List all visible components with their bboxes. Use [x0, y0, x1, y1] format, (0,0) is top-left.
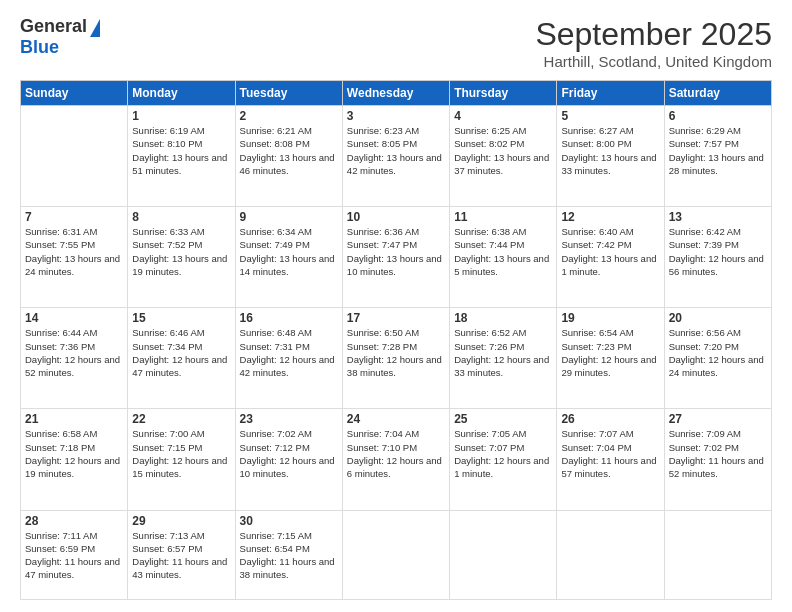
cell-2-5: 19Sunrise: 6:54 AMSunset: 7:23 PMDayligh… [557, 308, 664, 409]
day-info-2-1: Sunrise: 6:46 AMSunset: 7:34 PMDaylight:… [132, 326, 230, 379]
day-number-4-0: 28 [25, 514, 123, 528]
cell-1-3: 10Sunrise: 6:36 AMSunset: 7:47 PMDayligh… [342, 207, 449, 308]
day-info-2-4: Sunrise: 6:52 AMSunset: 7:26 PMDaylight:… [454, 326, 552, 379]
day-number-1-6: 13 [669, 210, 767, 224]
day-info-2-2: Sunrise: 6:48 AMSunset: 7:31 PMDaylight:… [240, 326, 338, 379]
day-info-1-2: Sunrise: 6:34 AMSunset: 7:49 PMDaylight:… [240, 225, 338, 278]
logo: General Blue [20, 16, 100, 58]
logo-triangle-icon [90, 19, 100, 37]
cell-4-1: 29Sunrise: 7:13 AMSunset: 6:57 PMDayligh… [128, 510, 235, 600]
day-info-0-5: Sunrise: 6:27 AMSunset: 8:00 PMDaylight:… [561, 124, 659, 177]
day-number-0-4: 4 [454, 109, 552, 123]
day-number-3-0: 21 [25, 412, 123, 426]
day-number-1-5: 12 [561, 210, 659, 224]
day-info-3-3: Sunrise: 7:04 AMSunset: 7:10 PMDaylight:… [347, 427, 445, 480]
header-thursday: Thursday [450, 81, 557, 106]
cell-3-6: 27Sunrise: 7:09 AMSunset: 7:02 PMDayligh… [664, 409, 771, 510]
week-row-3: 21Sunrise: 6:58 AMSunset: 7:18 PMDayligh… [21, 409, 772, 510]
day-number-2-2: 16 [240, 311, 338, 325]
title-section: September 2025 Harthill, Scotland, Unite… [535, 16, 772, 70]
cell-2-6: 20Sunrise: 6:56 AMSunset: 7:20 PMDayligh… [664, 308, 771, 409]
day-number-0-6: 6 [669, 109, 767, 123]
day-info-0-2: Sunrise: 6:21 AMSunset: 8:08 PMDaylight:… [240, 124, 338, 177]
cell-0-0 [21, 106, 128, 207]
day-info-1-4: Sunrise: 6:38 AMSunset: 7:44 PMDaylight:… [454, 225, 552, 278]
day-number-2-1: 15 [132, 311, 230, 325]
day-info-3-1: Sunrise: 7:00 AMSunset: 7:15 PMDaylight:… [132, 427, 230, 480]
header-sunday: Sunday [21, 81, 128, 106]
day-info-3-2: Sunrise: 7:02 AMSunset: 7:12 PMDaylight:… [240, 427, 338, 480]
cell-3-4: 25Sunrise: 7:05 AMSunset: 7:07 PMDayligh… [450, 409, 557, 510]
day-info-1-1: Sunrise: 6:33 AMSunset: 7:52 PMDaylight:… [132, 225, 230, 278]
day-info-4-1: Sunrise: 7:13 AMSunset: 6:57 PMDaylight:… [132, 529, 230, 582]
cell-3-0: 21Sunrise: 6:58 AMSunset: 7:18 PMDayligh… [21, 409, 128, 510]
logo-blue-text: Blue [20, 37, 59, 58]
cell-2-1: 15Sunrise: 6:46 AMSunset: 7:34 PMDayligh… [128, 308, 235, 409]
day-info-2-5: Sunrise: 6:54 AMSunset: 7:23 PMDaylight:… [561, 326, 659, 379]
day-info-1-6: Sunrise: 6:42 AMSunset: 7:39 PMDaylight:… [669, 225, 767, 278]
header-tuesday: Tuesday [235, 81, 342, 106]
cell-4-5 [557, 510, 664, 600]
day-number-2-3: 17 [347, 311, 445, 325]
day-number-0-1: 1 [132, 109, 230, 123]
cell-1-5: 12Sunrise: 6:40 AMSunset: 7:42 PMDayligh… [557, 207, 664, 308]
day-info-3-4: Sunrise: 7:05 AMSunset: 7:07 PMDaylight:… [454, 427, 552, 480]
cell-0-1: 1Sunrise: 6:19 AMSunset: 8:10 PMDaylight… [128, 106, 235, 207]
day-info-1-0: Sunrise: 6:31 AMSunset: 7:55 PMDaylight:… [25, 225, 123, 278]
day-number-2-6: 20 [669, 311, 767, 325]
day-info-2-6: Sunrise: 6:56 AMSunset: 7:20 PMDaylight:… [669, 326, 767, 379]
cell-2-4: 18Sunrise: 6:52 AMSunset: 7:26 PMDayligh… [450, 308, 557, 409]
day-info-0-3: Sunrise: 6:23 AMSunset: 8:05 PMDaylight:… [347, 124, 445, 177]
day-number-4-1: 29 [132, 514, 230, 528]
cell-4-3 [342, 510, 449, 600]
day-number-2-5: 19 [561, 311, 659, 325]
day-number-3-2: 23 [240, 412, 338, 426]
day-info-1-5: Sunrise: 6:40 AMSunset: 7:42 PMDaylight:… [561, 225, 659, 278]
day-info-0-4: Sunrise: 6:25 AMSunset: 8:02 PMDaylight:… [454, 124, 552, 177]
day-number-3-1: 22 [132, 412, 230, 426]
cell-2-2: 16Sunrise: 6:48 AMSunset: 7:31 PMDayligh… [235, 308, 342, 409]
cell-3-3: 24Sunrise: 7:04 AMSunset: 7:10 PMDayligh… [342, 409, 449, 510]
cell-1-0: 7Sunrise: 6:31 AMSunset: 7:55 PMDaylight… [21, 207, 128, 308]
cell-1-1: 8Sunrise: 6:33 AMSunset: 7:52 PMDaylight… [128, 207, 235, 308]
day-info-0-6: Sunrise: 6:29 AMSunset: 7:57 PMDaylight:… [669, 124, 767, 177]
day-number-1-4: 11 [454, 210, 552, 224]
day-info-2-0: Sunrise: 6:44 AMSunset: 7:36 PMDaylight:… [25, 326, 123, 379]
day-number-4-2: 30 [240, 514, 338, 528]
day-number-2-4: 18 [454, 311, 552, 325]
day-number-1-3: 10 [347, 210, 445, 224]
day-number-2-0: 14 [25, 311, 123, 325]
day-number-3-5: 26 [561, 412, 659, 426]
cell-0-4: 4Sunrise: 6:25 AMSunset: 8:02 PMDaylight… [450, 106, 557, 207]
cell-4-4 [450, 510, 557, 600]
logo-general-text: General [20, 16, 87, 37]
day-info-3-0: Sunrise: 6:58 AMSunset: 7:18 PMDaylight:… [25, 427, 123, 480]
cell-3-2: 23Sunrise: 7:02 AMSunset: 7:12 PMDayligh… [235, 409, 342, 510]
day-info-2-3: Sunrise: 6:50 AMSunset: 7:28 PMDaylight:… [347, 326, 445, 379]
cell-0-3: 3Sunrise: 6:23 AMSunset: 8:05 PMDaylight… [342, 106, 449, 207]
header-monday: Monday [128, 81, 235, 106]
week-row-4: 28Sunrise: 7:11 AMSunset: 6:59 PMDayligh… [21, 510, 772, 600]
day-number-0-3: 3 [347, 109, 445, 123]
week-row-1: 7Sunrise: 6:31 AMSunset: 7:55 PMDaylight… [21, 207, 772, 308]
month-title: September 2025 [535, 16, 772, 53]
header-friday: Friday [557, 81, 664, 106]
day-info-3-5: Sunrise: 7:07 AMSunset: 7:04 PMDaylight:… [561, 427, 659, 480]
cell-4-2: 30Sunrise: 7:15 AMSunset: 6:54 PMDayligh… [235, 510, 342, 600]
cell-0-2: 2Sunrise: 6:21 AMSunset: 8:08 PMDaylight… [235, 106, 342, 207]
day-number-3-4: 25 [454, 412, 552, 426]
cell-2-3: 17Sunrise: 6:50 AMSunset: 7:28 PMDayligh… [342, 308, 449, 409]
cell-3-1: 22Sunrise: 7:00 AMSunset: 7:15 PMDayligh… [128, 409, 235, 510]
day-number-3-6: 27 [669, 412, 767, 426]
cell-0-5: 5Sunrise: 6:27 AMSunset: 8:00 PMDaylight… [557, 106, 664, 207]
day-info-4-0: Sunrise: 7:11 AMSunset: 6:59 PMDaylight:… [25, 529, 123, 582]
day-number-3-3: 24 [347, 412, 445, 426]
header-saturday: Saturday [664, 81, 771, 106]
cell-1-4: 11Sunrise: 6:38 AMSunset: 7:44 PMDayligh… [450, 207, 557, 308]
cell-3-5: 26Sunrise: 7:07 AMSunset: 7:04 PMDayligh… [557, 409, 664, 510]
cell-1-2: 9Sunrise: 6:34 AMSunset: 7:49 PMDaylight… [235, 207, 342, 308]
header-wednesday: Wednesday [342, 81, 449, 106]
cell-0-6: 6Sunrise: 6:29 AMSunset: 7:57 PMDaylight… [664, 106, 771, 207]
day-number-0-2: 2 [240, 109, 338, 123]
location: Harthill, Scotland, United Kingdom [535, 53, 772, 70]
